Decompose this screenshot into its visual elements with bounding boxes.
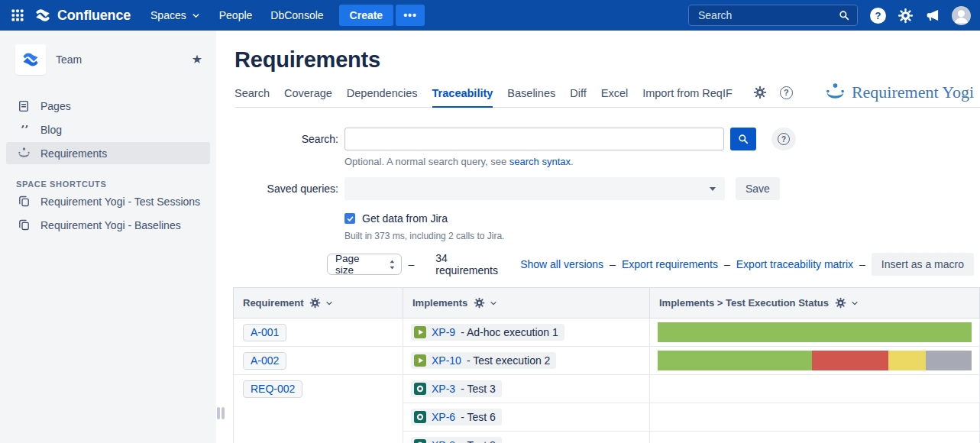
jira-issue-link[interactable]: XP-9 — [432, 326, 455, 338]
confluence-logo-text: Confluence — [57, 8, 131, 24]
jira-test-icon — [414, 383, 426, 395]
tab-import-reqif[interactable]: Import from ReqIF — [642, 82, 733, 107]
nav-dbconsole[interactable]: DbConsole — [261, 5, 332, 26]
announcement-megaphone-icon[interactable] — [925, 8, 940, 23]
create-button[interactable]: Create — [339, 5, 394, 26]
column-chevron-down-icon[interactable] — [850, 299, 859, 308]
search-syntax-link[interactable]: search syntax — [509, 156, 571, 167]
help-question-icon[interactable]: ? — [780, 86, 793, 99]
settings-gear-icon[interactable] — [753, 86, 767, 99]
jira-test-icon — [414, 411, 426, 423]
execution-status-bar — [658, 351, 972, 370]
page-size-select[interactable]: Page size — [327, 254, 402, 275]
global-search-box[interactable] — [688, 5, 858, 26]
jira-issue-link[interactable]: XP-8 — [432, 439, 455, 443]
favorite-star-icon[interactable]: ★ — [192, 53, 202, 66]
space-logo[interactable] — [15, 44, 46, 75]
search-submit-button[interactable] — [730, 128, 756, 150]
execution-status-bar — [658, 379, 972, 399]
table-row: A-002 XP-10 - Test execution 2 — [234, 347, 980, 375]
column-settings-gear-icon[interactable] — [309, 297, 321, 309]
sidebar-shortcut-baselines[interactable]: Requirement Yogi - Baselines — [6, 214, 210, 236]
jira-checkbox-label: Get data from Jira — [362, 212, 448, 225]
export-traceability-matrix-link[interactable]: Export traceability matrix — [736, 258, 853, 270]
sidebar-item-blog[interactable]: ” Blog — [6, 119, 210, 141]
checkmark-icon — [346, 215, 354, 223]
column-chevron-down-icon[interactable] — [489, 299, 498, 308]
tab-baselines[interactable]: Baselines — [507, 82, 555, 107]
separator-dash: – — [724, 258, 730, 270]
sidebar-item-pages[interactable]: Pages — [6, 95, 210, 118]
avatar[interactable] — [952, 6, 971, 25]
tab-traceability[interactable]: Traceability — [432, 82, 493, 108]
search-icon — [838, 9, 850, 21]
tab-excel[interactable]: Excel — [601, 82, 628, 107]
sidebar-item-requirements[interactable]: Requirements — [6, 142, 210, 164]
column-settings-gear-icon[interactable] — [474, 297, 485, 309]
show-all-versions-link[interactable]: Show all versions — [520, 258, 603, 270]
tab-diff[interactable]: Diff — [570, 82, 587, 107]
settings-gear-icon[interactable] — [898, 8, 914, 24]
execution-status-bar — [658, 435, 972, 443]
requirement-link[interactable]: REQ-002 — [243, 380, 302, 398]
save-button[interactable]: Save — [736, 177, 780, 200]
help-icon[interactable]: ? — [870, 8, 886, 24]
requirements-count: 34 requirements — [435, 252, 511, 276]
jira-issue-link[interactable]: XP-10 — [432, 354, 461, 367]
jira-checkbox-row[interactable]: Get data from Jira — [344, 212, 974, 225]
query-search-input[interactable] — [344, 128, 724, 150]
search-hint-period: . — [571, 156, 574, 167]
tab-dependencies[interactable]: Dependencies — [347, 82, 418, 107]
space-header: Team ★ — [0, 44, 216, 75]
jira-execution-icon — [414, 326, 426, 338]
sidebar-shortcut-label: Requirement Yogi - Test Sessions — [40, 196, 200, 208]
insert-as-macro-button[interactable]: Insert as a macro — [872, 253, 974, 276]
requirement-link[interactable]: A-002 — [243, 352, 286, 370]
space-name[interactable]: Team — [56, 53, 182, 66]
page-title: Requirements — [234, 47, 974, 73]
search-icon — [737, 133, 749, 145]
search-row: Search: ? — [234, 128, 974, 150]
separator-dash: – — [859, 258, 865, 270]
tab-search[interactable]: Search — [234, 82, 270, 107]
yogi-icon — [16, 147, 31, 160]
column-requirement: Requirement — [234, 288, 403, 319]
chevron-down-icon — [191, 11, 201, 21]
jira-issue-link[interactable]: XP-3 — [432, 383, 455, 395]
export-requirements-link[interactable]: Export requirements — [622, 258, 718, 270]
column-label: Implements > Test Execution Status — [659, 297, 829, 309]
space-shortcuts-header: SPACE SHORTCUTS — [0, 179, 216, 189]
jira-issue-link[interactable]: XP-6 — [432, 411, 455, 423]
nav-spaces-label: Spaces — [150, 9, 186, 21]
get-data-from-jira-checkbox[interactable] — [344, 213, 355, 224]
execution-status-bar — [658, 322, 972, 342]
tab-tools: ? — [753, 86, 793, 103]
jira-issue-summary: - Test 8 — [461, 439, 496, 443]
more-button[interactable]: ••• — [396, 5, 425, 26]
nav-people[interactable]: People — [210, 5, 262, 26]
requirement-yogi-brand[interactable]: Requirement Yogi — [825, 82, 974, 107]
jira-issue-summary: - Test 3 — [461, 383, 496, 395]
tabs: Search Coverage Dependencies Traceabilit… — [234, 82, 733, 107]
nav-spaces[interactable]: Spaces — [141, 5, 210, 26]
search-help-button[interactable]: ? — [771, 128, 796, 150]
sidebar-shortcut-test-sessions[interactable]: Requirement Yogi - Test Sessions — [6, 190, 210, 212]
grid-icon — [10, 8, 25, 23]
tab-coverage[interactable]: Coverage — [284, 82, 332, 107]
app-switcher-button[interactable] — [5, 3, 31, 27]
confluence-home-link[interactable]: Confluence — [31, 6, 141, 24]
jira-issue-summary: - Ad-hoc execution 1 — [461, 326, 558, 338]
column-settings-gear-icon[interactable] — [835, 297, 846, 309]
requirement-yogi-brand-text: Requirement Yogi — [852, 82, 974, 102]
jira-issue-pill: XP-8 - Test 8 — [411, 437, 502, 443]
search-hint: Optional. A normal search query, see sea… — [344, 156, 974, 167]
column-chevron-down-icon[interactable] — [325, 299, 334, 308]
confluence-space-logo-icon — [21, 50, 40, 70]
table-header-row: Requirement Implements — [234, 288, 980, 319]
space-sidebar: Team ★ Pages ” Blog Requirements SPACE S… — [0, 31, 216, 443]
saved-queries-select[interactable] — [344, 177, 725, 200]
sidebar-resize-handle[interactable] — [217, 407, 225, 419]
table-row: A-001 XP-9 - Ad-hoc execution 1 — [234, 319, 980, 347]
requirement-link[interactable]: A-001 — [243, 324, 286, 341]
global-search-input[interactable] — [697, 8, 838, 22]
